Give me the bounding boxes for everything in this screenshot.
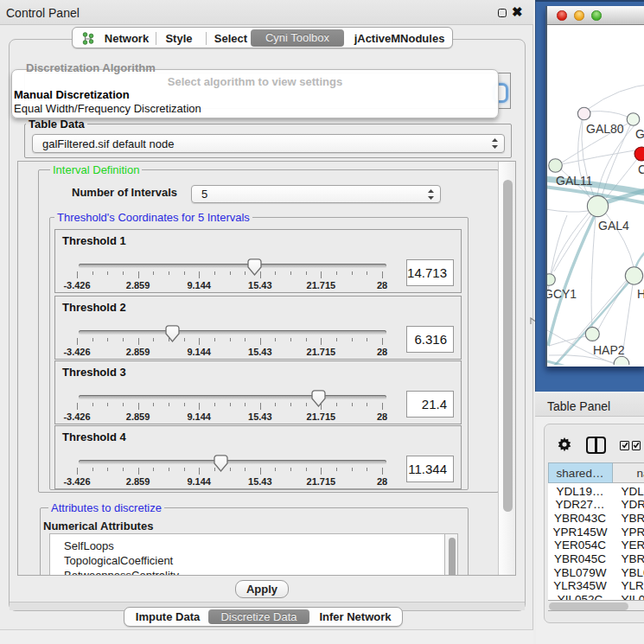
svg-text:GCY1: GCY1 [547, 287, 577, 301]
svg-text:GAL80: GAL80 [586, 122, 624, 136]
svg-text:GAL4: GAL4 [598, 219, 629, 233]
svg-text:C: C [638, 163, 644, 176]
svg-text:HA: HA [637, 287, 644, 301]
svg-text:HAP2: HAP2 [593, 343, 625, 357]
svg-text:GAL11: GAL11 [556, 174, 593, 188]
svg-text:GA: GA [635, 127, 644, 141]
